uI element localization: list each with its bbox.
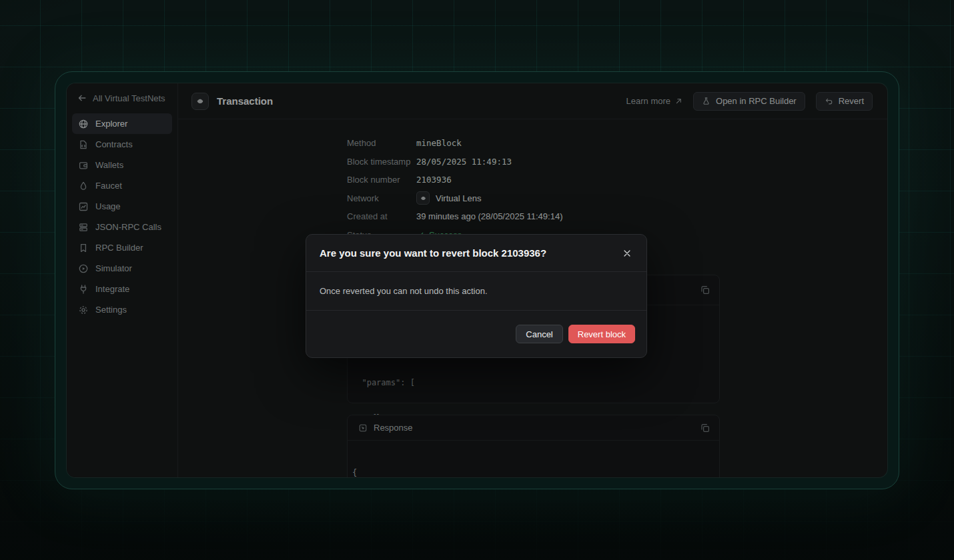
dialog-title: Are you sure you want to revert block 21…	[320, 247, 617, 259]
revert-confirmation-dialog: Are you sure you want to revert block 21…	[306, 234, 647, 358]
dialog-body-text: Once reverted you can not undo this acti…	[306, 272, 646, 311]
dialog-footer: Cancel Revert block	[306, 311, 646, 357]
close-icon[interactable]	[617, 243, 637, 263]
screen: All Virtual TestNets Explorer Contracts	[0, 0, 954, 560]
dialog-header: Are you sure you want to revert block 21…	[306, 235, 646, 272]
revert-block-button[interactable]: Revert block	[568, 325, 635, 343]
cancel-button[interactable]: Cancel	[516, 325, 562, 343]
